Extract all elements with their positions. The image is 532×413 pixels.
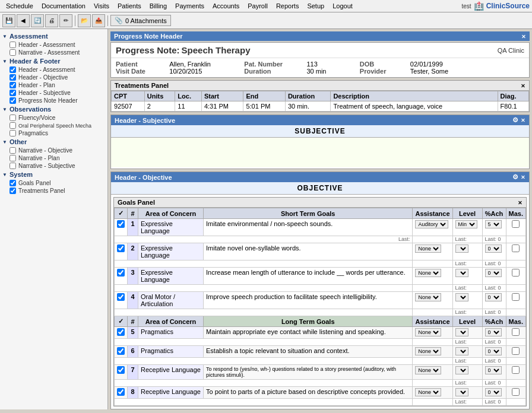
pn-header-close[interactable] (521, 33, 526, 40)
section-system[interactable]: System (0, 170, 107, 179)
goal-assist-select-1[interactable]: AuditoryNone (415, 220, 448, 228)
td-start: 4:31 PM (201, 101, 243, 112)
cb-hf-header-objective[interactable] (10, 74, 16, 81)
section-header-footer[interactable]: Header & Footer (0, 56, 107, 66)
goal-assist-select-6[interactable]: None (415, 347, 441, 355)
pn-title-label: Progress Note: (116, 45, 180, 55)
cb-header-assessment[interactable] (10, 42, 16, 48)
right-panel: Progress Note Header Progress Note: Spee… (108, 29, 532, 409)
menu-logout[interactable]: Logout (329, 1, 356, 11)
subjective-close-icon[interactable] (521, 116, 525, 124)
goal-ach-select-6[interactable]: 0 (485, 347, 502, 355)
cb-oral-peripheral[interactable] (10, 122, 16, 129)
goal-text-8: To point to parts of a picture based on … (204, 387, 413, 399)
th-area: Area of Concern (138, 208, 204, 219)
goal-level-select-3[interactable] (455, 269, 468, 277)
goal-ach-select-3[interactable]: 0 (485, 269, 502, 277)
cb-goals-panel[interactable] (10, 180, 16, 186)
tb-refresh-btn[interactable]: 🔄 (31, 14, 44, 27)
treatments-panel: Treatments Panel CPT Units Loc. Start En… (110, 80, 530, 112)
tb-save-btn[interactable]: 💾 (2, 14, 15, 27)
dob-value: 02/01/1999 (410, 61, 476, 68)
tb-separator-1 (75, 15, 75, 26)
subjective-textarea[interactable] (111, 138, 529, 167)
goal-ach-select-5[interactable]: 0 (485, 328, 502, 336)
left-item-hf-header-assessment: Header - Assessment (0, 66, 107, 74)
section-other[interactable]: Other (0, 137, 107, 147)
goal-last-ach-1: Last: 0 (482, 236, 506, 243)
th-ach: %Ach (482, 208, 506, 219)
subjective-header: Header - Subjective (111, 115, 529, 125)
attachments-label: 0 Attachments (125, 17, 167, 24)
tb-separator-2 (107, 15, 108, 26)
menu-setup[interactable]: Setup (303, 1, 328, 11)
section-assessment[interactable]: Assessment (0, 31, 107, 41)
menu-payments[interactable]: Payments (172, 1, 208, 11)
treatments-close-icon[interactable] (521, 82, 525, 89)
menu-reports[interactable]: Reports (273, 1, 303, 11)
attachments-btn[interactable]: 📎 0 Attachments (110, 15, 171, 26)
menu-accounts[interactable]: Accounts (209, 1, 243, 11)
objective-close-icon[interactable] (521, 173, 525, 181)
objective-gear-icon[interactable] (512, 173, 518, 181)
goal-assist-select-8[interactable]: None (415, 388, 441, 396)
cb-narrative-plan[interactable] (10, 155, 16, 161)
cb-treatments-panel[interactable] (10, 188, 16, 194)
cb-narrative-objective[interactable] (10, 147, 16, 154)
goal-level-select-7[interactable] (455, 366, 468, 374)
left-item-header-assessment: Header - Assessment (0, 41, 107, 49)
goal-level-select-4[interactable] (455, 293, 468, 301)
menu-documentation[interactable]: Documentation (38, 1, 89, 11)
tb-back-btn[interactable]: ◀ (17, 14, 30, 27)
goal-assist-select-2[interactable]: None (415, 244, 441, 253)
goal-area-8: Receptive Language (138, 387, 204, 399)
goal-assist-select-3[interactable]: None (415, 269, 441, 277)
visit-date-label: Visit Date (116, 68, 169, 75)
goal-level-select-2[interactable] (455, 244, 468, 253)
goal-ach-select-4[interactable]: 0 (485, 293, 502, 301)
tb-open-btn[interactable]: 📂 (78, 14, 91, 27)
subjective-gear-icon[interactable] (512, 116, 518, 124)
tb-edit-btn[interactable]: ✏ (59, 14, 72, 27)
cb-hf-progress-note-header[interactable] (10, 97, 16, 104)
section-observations[interactable]: Observations (0, 104, 107, 114)
table-row: 5 Pragmatics Maintain appropriate eye co… (115, 327, 526, 339)
table-row: 4 Oral Motor / Articulation Improve spee… (115, 292, 526, 309)
cb-hf-header-plan[interactable] (10, 82, 16, 88)
menu-patients[interactable]: Patients (114, 1, 145, 11)
ltg-th-num: # (128, 316, 138, 327)
menu-billing[interactable]: Billing (146, 1, 170, 11)
goal-level-select-1[interactable]: Min (455, 220, 477, 228)
goal-ach-select-8[interactable]: 0 (485, 388, 502, 396)
goal-level-select-8[interactable] (455, 388, 468, 396)
left-item-treatments-panel: Treatments Panel (0, 187, 107, 195)
tb-print-btn[interactable]: 🖨 (45, 14, 58, 27)
menu-schedule[interactable]: Schedule (2, 1, 37, 11)
goal-assist-select-4[interactable]: None (415, 293, 441, 301)
cb-fluency-voice[interactable] (10, 115, 16, 121)
goal-ach-select-2[interactable]: 0 (485, 244, 502, 253)
logo-label: ClinicSource (486, 2, 530, 10)
cb-narrative-subjective[interactable] (10, 163, 16, 169)
goal-num-4: 4 (128, 292, 138, 309)
td-units: 2 (144, 101, 175, 112)
goals-close-icon[interactable] (518, 199, 522, 206)
pn-title-type: Speech Therapy (182, 45, 251, 55)
cb-hf-header-assessment[interactable] (10, 66, 16, 73)
menu-payroll[interactable]: Payroll (244, 1, 271, 11)
goal-assist-select-5[interactable]: None (415, 328, 441, 336)
goal-last-label-1: Last: (115, 236, 413, 243)
cb-hf-header-subjective[interactable] (10, 90, 16, 96)
td-description: Treatment of speech, language, voice (331, 101, 498, 112)
tb-export-btn[interactable]: 📤 (92, 14, 105, 27)
goal-ach-select-7[interactable]: 0 (485, 366, 502, 374)
goal-ach-select-1[interactable]: 50 (485, 220, 502, 228)
goal-assist-select-7[interactable]: None (415, 366, 441, 374)
menu-visits[interactable]: Visits (90, 1, 113, 11)
goal-level-select-6[interactable] (455, 347, 468, 355)
cb-narrative-assessment[interactable] (10, 49, 16, 56)
cb-pragmatics[interactable] (10, 130, 16, 136)
goal-area-1: Expressive Language (138, 219, 204, 236)
goal-level-select-5[interactable] (455, 328, 468, 336)
goal-text-2: Imitate novel one-syllable words. (204, 243, 413, 260)
